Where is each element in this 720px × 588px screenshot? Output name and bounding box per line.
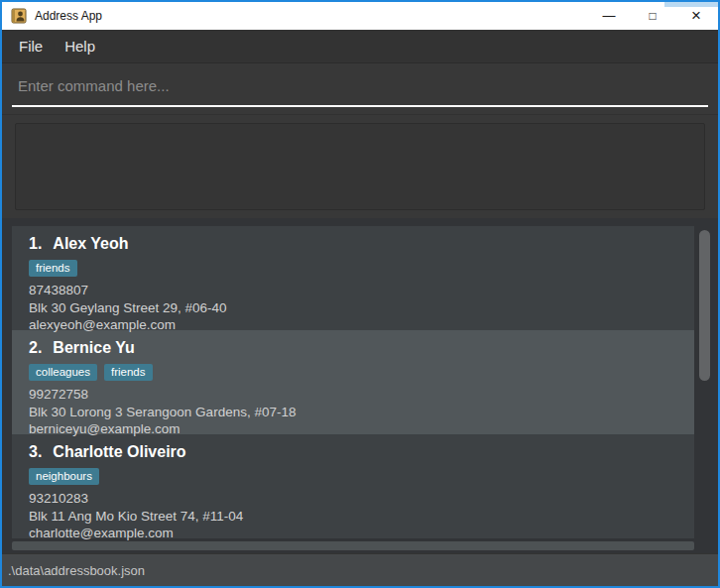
- person-details: 93210283 Blk 11 Ang Mo Kio Street 74, #1…: [29, 490, 694, 542]
- person-name: Charlotte Oliveiro: [53, 442, 185, 462]
- person-address: Blk 11 Ang Mo Kio Street 74, #11-04: [29, 508, 694, 526]
- titlebar[interactable]: Address App — □ ×: [2, 2, 718, 30]
- minimize-button[interactable]: —: [587, 2, 631, 30]
- close-icon: ×: [691, 6, 701, 26]
- person-name-row: 2. Bernice Yu: [29, 338, 694, 358]
- menu-item-file[interactable]: File: [8, 30, 54, 62]
- menubar: File Help: [2, 30, 718, 63]
- person-name-row: 1. Alex Yeoh: [29, 234, 694, 254]
- result-section: [2, 115, 718, 218]
- person-phone: 99272758: [29, 386, 694, 404]
- result-display: [15, 123, 705, 210]
- tag-badge: friends: [104, 364, 153, 381]
- person-name-row: 3. Charlotte Oliveiro: [29, 442, 694, 462]
- person-card[interactable]: 2. Bernice Yu colleagues friends 9927275…: [12, 330, 694, 434]
- person-card[interactable]: 3. Charlotte Oliveiro neighbours 9321028…: [12, 434, 694, 538]
- person-name: Bernice Yu: [53, 338, 134, 358]
- vertical-scrollbar-thumb[interactable]: [699, 230, 710, 381]
- window-title: Address App: [35, 9, 102, 23]
- person-index: 2.: [29, 338, 42, 358]
- person-phone: 93210283: [29, 490, 694, 508]
- person-list: 1. Alex Yeoh friends 87438807 Blk 30 Gey…: [2, 218, 718, 553]
- person-email: charlotte@example.com: [29, 525, 694, 542]
- command-section: [2, 63, 718, 115]
- person-index: 3.: [29, 442, 42, 462]
- person-phone: 87438807: [29, 282, 694, 299]
- person-index: 1.: [29, 234, 42, 254]
- tag-badge: colleagues: [29, 364, 97, 381]
- menu-item-help[interactable]: Help: [54, 30, 106, 62]
- person-details: 99272758 Blk 30 Lorong 3 Serangoon Garde…: [29, 386, 694, 438]
- person-address: Blk 30 Lorong 3 Serangoon Gardens, #07-1…: [29, 404, 694, 421]
- person-details: 87438807 Blk 30 Geylang Street 29, #06-4…: [29, 282, 694, 334]
- tag-badge: neighbours: [29, 468, 99, 485]
- tag-badge: friends: [29, 260, 77, 277]
- address-book-icon: [11, 8, 27, 24]
- person-address: Blk 30 Geylang Street 29, #06-40: [29, 299, 694, 317]
- maximize-icon: □: [649, 9, 656, 23]
- person-tags: neighbours: [29, 468, 694, 485]
- person-tags: colleagues friends: [29, 364, 694, 381]
- statusbar: .\data\addressbook.json: [2, 553, 718, 586]
- horizontal-scrollbar[interactable]: [12, 541, 694, 550]
- person-name: Alex Yeoh: [53, 234, 128, 254]
- app-window: Address App — □ × File Help: [0, 0, 720, 588]
- corner-highlight: [664, 0, 720, 7]
- person-card[interactable]: 1. Alex Yeoh friends 87438807 Blk 30 Gey…: [12, 226, 694, 330]
- menu-help-label: Help: [64, 38, 95, 55]
- menu-file-label: File: [19, 38, 43, 55]
- file-path-label: .\data\addressbook.json: [8, 563, 145, 578]
- person-tags: friends: [29, 260, 694, 277]
- command-input[interactable]: [12, 71, 708, 107]
- minimize-icon: —: [603, 8, 616, 23]
- horizontal-scrollbar-thumb[interactable]: [12, 541, 694, 550]
- vertical-scrollbar[interactable]: [698, 228, 710, 539]
